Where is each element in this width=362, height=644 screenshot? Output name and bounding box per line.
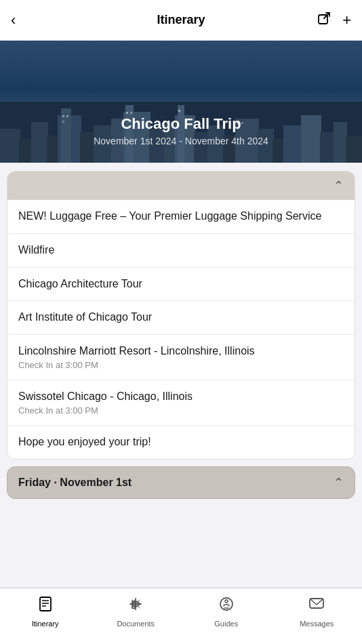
friday-header[interactable]: Friday · November 1st ⌃ <box>7 467 355 498</box>
svg-rect-34 <box>178 110 180 112</box>
item-title: Hope you enjoyed your trip! <box>18 435 344 449</box>
nav-title: Itinerary <box>52 13 310 27</box>
svg-rect-30 <box>66 115 68 117</box>
list-item[interactable]: Art Institute of Chicago Tour <box>7 301 355 335</box>
tab-bar: Itinerary Documents Guides <box>0 588 362 644</box>
item-title: Swissotel Chicago - Chicago, Illinois <box>18 390 344 404</box>
svg-line-1 <box>324 13 329 18</box>
itinerary-tab-icon <box>37 595 54 617</box>
all-section-header[interactable]: ⌃ <box>7 172 355 200</box>
svg-rect-26 <box>320 132 335 163</box>
export-button[interactable] <box>317 11 331 30</box>
tab-itinerary[interactable]: Itinerary <box>18 595 73 628</box>
item-subtitle: Check In at 3:00 PM <box>18 405 344 416</box>
svg-rect-9 <box>80 132 95 163</box>
list-item[interactable]: Lincolnshire Marriott Resort - Lincolnsh… <box>7 335 355 380</box>
friday-label: Friday · November 1st <box>18 477 132 489</box>
svg-rect-32 <box>126 112 128 114</box>
documents-tab-icon <box>127 595 144 617</box>
guides-tab-icon <box>218 595 235 617</box>
friday-collapse-icon[interactable]: ⌃ <box>334 475 344 490</box>
documents-tab-label: Documents <box>117 620 155 628</box>
item-title: Lincolnshire Marriott Resort - Lincolnsh… <box>18 344 344 359</box>
svg-rect-3 <box>0 129 20 163</box>
item-title: NEW! Luggage Free – Your Premier Luggage… <box>18 209 344 224</box>
messages-tab-label: Messages <box>300 620 334 628</box>
item-title: Chicago Architecture Tour <box>18 277 344 291</box>
nav-left: ‹ <box>11 12 52 29</box>
trip-dates: November 1st 2024 - November 4th 2024 <box>94 136 268 146</box>
list-item[interactable]: Swissotel Chicago - Chicago, Illinois Ch… <box>7 380 355 426</box>
tab-guides[interactable]: Guides <box>199 595 254 628</box>
all-items-section: ⌃ NEW! Luggage Free – Your Premier Lugga… <box>7 171 355 460</box>
hero-text: Chicago Fall Trip November 1st 2024 - No… <box>94 115 268 146</box>
collapse-icon[interactable]: ⌃ <box>334 178 344 193</box>
item-title: Art Institute of Chicago Tour <box>18 310 344 325</box>
svg-rect-25 <box>301 115 321 163</box>
itinerary-tab-label: Itinerary <box>32 620 59 628</box>
list-item[interactable]: Wildfire <box>7 234 355 268</box>
svg-rect-37 <box>40 597 51 611</box>
add-button[interactable]: + <box>342 12 351 29</box>
nav-bar: ‹ Itinerary + <box>0 0 362 41</box>
hero-banner: Chicago Fall Trip November 1st 2024 - No… <box>0 41 362 163</box>
list-item[interactable]: NEW! Luggage Free – Your Premier Luggage… <box>7 200 355 234</box>
svg-rect-29 <box>62 115 64 117</box>
back-button[interactable]: ‹ <box>11 12 16 29</box>
list-item[interactable]: Hope you enjoyed your trip! <box>7 426 355 459</box>
nav-right: + <box>310 11 351 30</box>
svg-rect-23 <box>273 139 285 163</box>
messages-tab-icon <box>308 595 325 617</box>
svg-rect-31 <box>62 121 64 123</box>
svg-rect-24 <box>283 125 302 163</box>
svg-rect-33 <box>130 112 132 114</box>
list-item[interactable]: Chicago Architecture Tour <box>7 268 355 302</box>
tab-documents[interactable]: Documents <box>108 595 163 628</box>
svg-rect-27 <box>334 122 347 163</box>
scroll-content: ⌃ NEW! Luggage Free – Your Premier Lugga… <box>0 163 362 588</box>
friday-section: Friday · November 1st ⌃ <box>7 466 355 499</box>
svg-rect-4 <box>19 139 33 163</box>
item-subtitle: Check In at 3:00 PM <box>18 360 344 370</box>
svg-rect-5 <box>31 122 48 163</box>
item-title: Wildfire <box>18 243 344 258</box>
svg-point-46 <box>225 600 228 603</box>
svg-rect-6 <box>47 136 59 163</box>
tab-messages[interactable]: Messages <box>289 595 344 628</box>
trip-title: Chicago Fall Trip <box>94 115 268 133</box>
svg-rect-28 <box>346 136 362 163</box>
guides-tab-label: Guides <box>214 620 238 628</box>
